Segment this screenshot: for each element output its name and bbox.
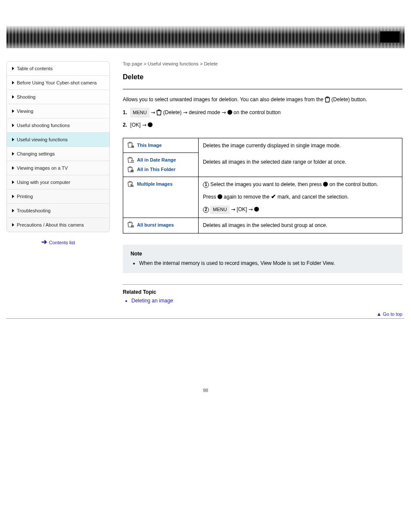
step-2: 2. [OK] →	[123, 120, 402, 130]
go-to-top-label[interactable]: Go to top	[383, 311, 402, 317]
menu-chip: MENU	[130, 108, 149, 118]
breadcrumb: Top page > Useful viewing functions > De…	[123, 61, 402, 66]
options-table: This Image Deletes the image currently d…	[123, 138, 402, 233]
sidebar-item-viewing[interactable]: Viewing	[7, 104, 109, 118]
sidebar-item-precautions[interactable]: Precautions / About this camera	[7, 218, 109, 232]
sidebar-item-useful-viewing[interactable]: Useful viewing functions	[7, 133, 109, 147]
option-desc: Deletes all images in the selected burst…	[198, 218, 402, 233]
sidebar-item-label: Precautions / About this camera	[17, 222, 84, 227]
sidebar-item-computer[interactable]: Using with your computer	[7, 175, 109, 190]
svg-rect-0	[131, 146, 134, 148]
sidebar-item-toc[interactable]: Table of contents	[7, 62, 109, 76]
option-desc: Deletes the image currently displayed in…	[198, 138, 402, 177]
note-title: Note	[131, 251, 395, 257]
circled-two-icon: 2	[203, 207, 209, 213]
table-row: All burst images Deletes all images in t…	[123, 218, 402, 233]
menu-chip: MENU	[210, 205, 229, 214]
sidebar-item-label: Before Using Your Cyber-shot camera	[17, 80, 97, 85]
sidebar-item-printing[interactable]: Printing	[7, 190, 109, 204]
sidebar-item-troubleshooting[interactable]: Troubleshooting	[7, 204, 109, 218]
page-title: Delete	[123, 73, 402, 81]
sidebar-item-label: Useful viewing functions	[17, 137, 68, 142]
chevron-right-icon	[12, 223, 14, 227]
option-label: All burst images	[137, 221, 174, 229]
chevron-right-icon	[12, 81, 14, 84]
option-label: This Image	[137, 142, 162, 149]
breadcrumb-cat[interactable]: Useful viewing functions	[148, 61, 199, 66]
trash-all-burst-icon	[128, 221, 134, 228]
main-content: Top page > Useful viewing functions > De…	[123, 61, 405, 317]
svg-rect-8	[133, 225, 134, 227]
sidebar-item-label: Table of contents	[17, 66, 53, 71]
chevron-right-icon	[12, 109, 14, 113]
check-icon: ✔	[271, 193, 276, 200]
chevron-right-icon	[12, 195, 14, 198]
related-list: Deleting an image	[123, 297, 402, 305]
note-item: When the internal memory is used to reco…	[139, 259, 395, 267]
contents-list-link[interactable]: ➔ Contents list	[6, 237, 110, 246]
sidebar-item-tv[interactable]: Viewing images on a TV	[7, 161, 109, 175]
sidebar-item-useful-shooting[interactable]: Useful shooting functions	[7, 118, 109, 133]
option-label: All in Date Range	[137, 156, 176, 164]
trash-multiple-icon	[128, 181, 134, 188]
center-button-icon	[227, 110, 232, 115]
note-box: Note When the internal memory is used to…	[123, 245, 402, 273]
title-rule	[123, 89, 402, 90]
center-button-icon	[218, 194, 222, 199]
sidebar-item-label: Using with your computer	[17, 180, 70, 185]
chevron-right-icon	[12, 138, 14, 141]
trash-icon	[156, 109, 162, 115]
breadcrumb-leaf: Delete	[204, 61, 218, 66]
related-rule	[123, 284, 402, 285]
trash-this-image-icon	[128, 142, 134, 149]
option-desc: 1 Select the images you want to delete, …	[198, 177, 402, 218]
breadcrumb-root[interactable]: Top page	[123, 61, 142, 66]
related-link[interactable]: Deleting an image	[131, 297, 402, 305]
chevron-right-icon	[12, 95, 14, 99]
related-title: Related Topic	[123, 289, 402, 295]
trash-all-folder-icon	[128, 166, 134, 173]
page-number: 98	[203, 388, 208, 393]
center-button-icon	[148, 122, 153, 127]
triangle-up-icon: ▲	[377, 311, 382, 317]
sidebar-item-label: Viewing	[17, 109, 33, 114]
sidebar-item-label: Viewing images on a TV	[17, 165, 68, 171]
sidebar-item-shooting[interactable]: Shooting	[7, 90, 109, 104]
chevron-right-icon	[12, 166, 14, 170]
trash-icon	[325, 96, 330, 103]
center-button-icon	[323, 182, 328, 187]
sidebar-list: Table of contents Before Using Your Cybe…	[6, 61, 110, 232]
trash-all-date-icon	[128, 157, 134, 164]
option-label: All in This Folder	[137, 166, 175, 174]
header-bar	[6, 26, 405, 48]
chevron-right-icon	[12, 209, 14, 212]
chevron-right-icon	[12, 152, 14, 156]
svg-rect-1	[131, 160, 134, 163]
chevron-right-icon	[12, 67, 14, 70]
table-row: Multiple Images 1 Select the images you …	[123, 177, 402, 218]
go-to-top[interactable]: ▲ Go to top	[123, 311, 402, 317]
sidebar-item-label: Shooting	[17, 94, 35, 100]
top-page-button[interactable]	[380, 31, 400, 43]
sidebar-item-before-using[interactable]: Before Using Your Cyber-shot camera	[7, 76, 109, 90]
intro-text: Allows you to select unwanted images for…	[123, 96, 402, 103]
sidebar-item-label: Useful shooting functions	[17, 123, 70, 128]
circled-one-icon: 1	[203, 182, 209, 188]
step-1: 1. MENU → (Delete) → desired mode → on t…	[123, 108, 402, 118]
svg-rect-5	[132, 185, 134, 187]
contents-list-label: Contents list	[49, 240, 75, 245]
table-row: This Image Deletes the image currently d…	[123, 138, 402, 153]
footer-rule	[6, 318, 405, 319]
procedure-steps: 1. MENU → (Delete) → desired mode → on t…	[123, 108, 402, 130]
sidebar-item-changing-settings[interactable]: Changing settings	[7, 147, 109, 161]
sidebar-item-label: Troubleshooting	[17, 208, 50, 213]
page-footer: 98	[0, 388, 411, 410]
chevron-right-icon	[12, 124, 14, 127]
sidebar-item-label: Printing	[17, 194, 33, 199]
sidebar-item-label: Changing settings	[17, 151, 55, 156]
option-label: Multiple Images	[137, 180, 173, 188]
center-button-icon	[254, 207, 259, 212]
chevron-right-icon	[12, 180, 14, 184]
sidebar: Table of contents Before Using Your Cybe…	[6, 61, 110, 317]
